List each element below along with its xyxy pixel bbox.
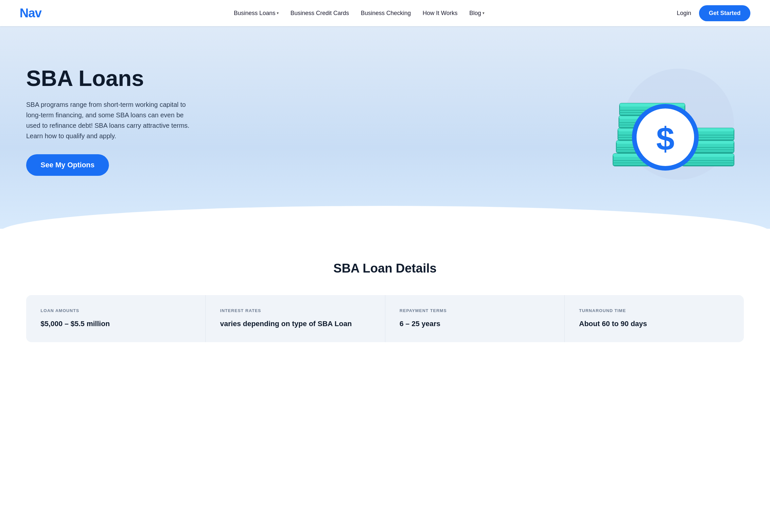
nav-item-how-it-works[interactable]: How It Works (423, 10, 458, 17)
nav-actions: Login Get Started (677, 5, 750, 21)
chevron-down-icon-blog: ▾ (482, 11, 484, 15)
loan-details-title: SBA Loan Details (26, 261, 744, 275)
logo[interactable]: Nav (20, 6, 42, 20)
hero-illustration: $ (587, 52, 744, 190)
nav-item-business-loans[interactable]: Business Loans ▾ (234, 10, 279, 17)
repayment-terms-value: 6 – 25 years (400, 319, 550, 329)
svg-rect-34 (682, 162, 734, 163)
nav-item-blog[interactable]: Blog ▾ (469, 10, 484, 17)
hero-title: SBA Loans (26, 66, 196, 91)
interest-rates-label: INTEREST RATES (220, 308, 371, 313)
loan-details-section: SBA Loan Details LOAN AMOUNTS $5,000 – $… (0, 229, 770, 368)
turnaround-time-value: About 60 to 90 days (579, 319, 729, 329)
get-started-button[interactable]: Get Started (699, 5, 750, 21)
svg-rect-35 (682, 165, 734, 166)
hero-section: SBA Loans SBA programs range from short-… (0, 26, 770, 229)
hero-content: SBA Loans SBA programs range from short-… (26, 66, 196, 176)
nav-item-business-credit-cards[interactable]: Business Credit Cards (291, 10, 349, 17)
hero-description: SBA programs range from short-term worki… (26, 99, 196, 141)
main-nav: Business Loans ▾ Business Credit Cards B… (234, 10, 484, 17)
interest-rates-value: varies depending on type of SBA Loan (220, 319, 371, 329)
loan-details-cards: LOAN AMOUNTS $5,000 – $5.5 million INTER… (26, 295, 744, 342)
login-link[interactable]: Login (677, 10, 691, 17)
svg-text:$: $ (656, 121, 675, 157)
loan-amounts-value: $5,000 – $5.5 million (41, 319, 191, 329)
loan-detail-card-rates: INTEREST RATES varies depending on type … (206, 295, 385, 342)
chevron-down-icon: ▾ (277, 11, 279, 15)
repayment-terms-label: REPAYMENT TERMS (400, 308, 550, 313)
loan-detail-card-repayment: REPAYMENT TERMS 6 – 25 years (385, 295, 565, 342)
loan-detail-card-amounts: LOAN AMOUNTS $5,000 – $5.5 million (26, 295, 206, 342)
see-my-options-button[interactable]: See My Options (26, 154, 109, 176)
turnaround-time-label: TURNAROUND TIME (579, 308, 729, 313)
site-header: Nav Business Loans ▾ Business Credit Car… (0, 0, 770, 26)
nav-item-business-checking[interactable]: Business Checking (361, 10, 411, 17)
loan-detail-card-turnaround: TURNAROUND TIME About 60 to 90 days (564, 295, 744, 342)
svg-rect-33 (682, 160, 734, 161)
loan-amounts-label: LOAN AMOUNTS (41, 308, 191, 313)
